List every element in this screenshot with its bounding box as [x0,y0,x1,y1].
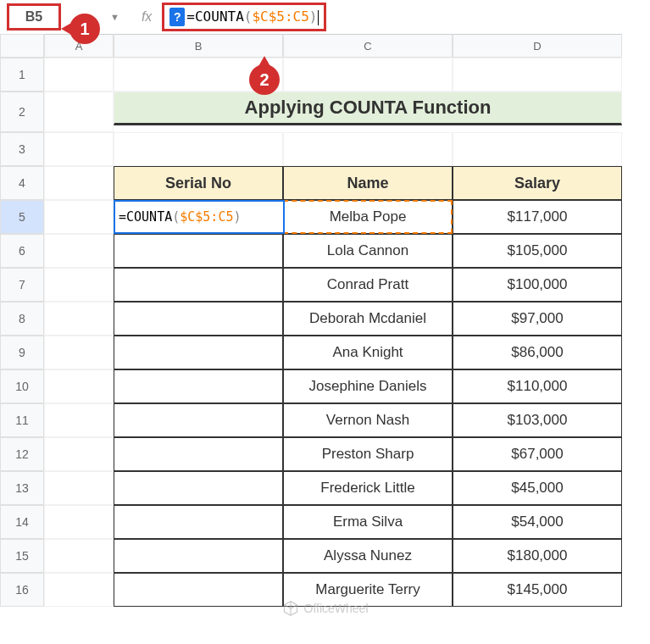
cell-formula-open: ( [172,209,180,225]
cell-d8[interactable]: $97,000 [453,302,622,336]
watermark-cube-icon [282,600,299,617]
row-header-8[interactable]: 8 [0,302,44,336]
cell-b9[interactable] [114,336,283,369]
cell-b10[interactable] [114,369,283,403]
cell-d15[interactable]: $180,000 [453,539,622,573]
header-salary[interactable]: Salary [453,166,622,200]
cell-c13[interactable]: Frederick Little [283,471,453,505]
cell-b11[interactable] [114,403,283,437]
cell-c3[interactable] [283,132,453,166]
row-header-7[interactable]: 7 [0,268,44,302]
cell-c14[interactable]: Erma Silva [283,505,453,539]
cell-a4[interactable] [44,166,114,200]
cell-b3[interactable] [114,132,283,166]
row-header-2[interactable]: 2 [0,92,44,132]
formula-help-icon[interactable]: ? [169,8,185,26]
watermark: OfficeWheel [282,600,369,617]
cell-b12[interactable] [114,437,283,471]
cell-d9[interactable]: $86,000 [453,336,622,369]
cell-d5[interactable]: $117,000 [453,200,622,234]
formula-open-paren: ( [244,8,253,25]
row-header-6[interactable]: 6 [0,234,44,268]
cell-a1[interactable] [44,58,114,92]
cell-b5-editing[interactable]: =COUNTA($C$5:C5) [114,200,285,234]
cell-b8[interactable] [114,302,283,336]
watermark-text: OfficeWheel [304,602,369,615]
cell-d6[interactable]: $105,000 [453,234,622,268]
cell-d16[interactable]: $145,000 [453,573,622,607]
row-header-1[interactable]: 1 [0,58,44,92]
row-header-10[interactable]: 10 [0,369,44,403]
cell-a5[interactable] [44,200,114,234]
cell-formula-close: ) [233,209,241,225]
col-header-b[interactable]: B [114,34,283,58]
formula-bar[interactable]: ? =COUNTA($C$5:C5) [162,3,325,31]
cell-a6[interactable] [44,234,114,268]
cell-a14[interactable] [44,505,114,539]
formula-text[interactable]: =COUNTA($C$5:C5) [186,8,318,25]
cell-a15[interactable] [44,539,114,573]
title-cell[interactable]: Applying COUNTA Function [114,92,622,125]
callout-1: 1 [69,14,100,44]
cell-d3[interactable] [453,132,622,166]
cell-d1[interactable] [453,58,622,92]
cell-d11[interactable]: $103,000 [453,403,622,437]
cell-c15[interactable]: Alyssa Nunez [283,539,453,573]
formula-close-paren: ) [309,8,318,25]
cell-b6[interactable] [114,234,283,268]
row-header-3[interactable]: 3 [0,132,44,166]
cell-b15[interactable] [114,539,283,573]
cell-b13[interactable] [114,471,283,505]
name-box-dropdown-icon[interactable]: ▼ [110,12,119,22]
row-header-5[interactable]: 5 [0,200,44,234]
cell-a8[interactable] [44,302,114,336]
select-all-corner[interactable] [0,34,44,58]
cell-a10[interactable] [44,369,114,403]
formula-function: COUNTA [195,8,244,25]
cell-b14[interactable] [114,505,283,539]
cell-c5[interactable]: Melba Pope [283,200,453,234]
cell-formula-eq: = [119,209,126,225]
cell-a11[interactable] [44,403,114,437]
cell-d7[interactable]: $100,000 [453,268,622,302]
cell-d12[interactable]: $67,000 [453,437,622,471]
cell-c11[interactable]: Vernon Nash [283,403,453,437]
row-header-4[interactable]: 4 [0,166,44,200]
cell-d14[interactable]: $54,000 [453,505,622,539]
name-box[interactable]: B5 [7,3,61,31]
cell-d13[interactable]: $45,000 [453,471,622,505]
cell-c7[interactable]: Conrad Pratt [283,268,453,302]
cell-a12[interactable] [44,437,114,471]
col-header-c[interactable]: C [283,34,453,58]
row-header-11[interactable]: 11 [0,403,44,437]
row-header-13[interactable]: 13 [0,471,44,505]
cell-c12[interactable]: Preston Sharp [283,437,453,471]
cell-formula-ref: $C$5:C5 [180,209,233,225]
cell-a9[interactable] [44,336,114,369]
cell-d10[interactable]: $110,000 [453,369,622,403]
cell-a2[interactable] [44,92,114,132]
cell-formula-func: COUNTA [126,209,172,225]
row-header-12[interactable]: 12 [0,437,44,471]
cell-a3[interactable] [44,132,114,166]
cell-c10[interactable]: Josephine Daniels [283,369,453,403]
fx-icon: fx [142,9,152,25]
cell-b16[interactable] [114,573,283,607]
cell-b7[interactable] [114,268,283,302]
cell-c8[interactable]: Deborah Mcdaniel [283,302,453,336]
formula-equals: = [186,8,195,25]
cell-a7[interactable] [44,268,114,302]
row-header-16[interactable]: 16 [0,573,44,607]
cell-a13[interactable] [44,471,114,505]
cell-a16[interactable] [44,573,114,607]
cell-c9[interactable]: Ana Knight [283,336,453,369]
text-cursor [318,10,319,25]
row-header-14[interactable]: 14 [0,505,44,539]
cell-c1[interactable] [283,58,453,92]
row-header-15[interactable]: 15 [0,539,44,573]
header-serial[interactable]: Serial No [114,166,283,200]
row-header-9[interactable]: 9 [0,336,44,369]
col-header-d[interactable]: D [453,34,622,58]
header-name[interactable]: Name [283,166,453,200]
cell-c6[interactable]: Lola Cannon [283,234,453,268]
